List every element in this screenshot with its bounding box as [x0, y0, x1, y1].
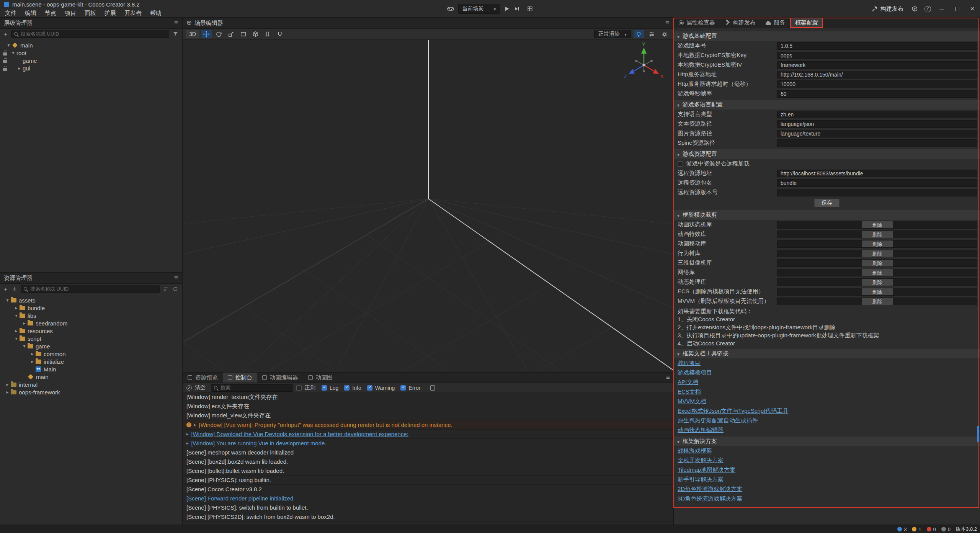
tree-node[interactable]: internal: [0, 381, 182, 388]
field-input[interactable]: [777, 90, 977, 98]
field-input[interactable]: [777, 179, 977, 187]
rotate-tool-icon[interactable]: [214, 30, 224, 38]
menu-item[interactable]: 文件: [1, 9, 21, 17]
tree-node[interactable]: game: [0, 57, 182, 64]
field-input[interactable]: [777, 42, 977, 50]
menu-item[interactable]: 节点: [41, 9, 60, 17]
console-line[interactable]: [Window] ecs文件夹存在: [183, 402, 673, 411]
preview-device-icon[interactable]: [447, 5, 454, 12]
projection-toggle[interactable]: 3D: [186, 30, 199, 38]
field-input[interactable]: [777, 120, 977, 128]
expand-arrow-icon[interactable]: [13, 313, 20, 318]
menu-item[interactable]: 面板: [80, 9, 100, 17]
console-tab[interactable]: 动画编辑器: [257, 373, 303, 383]
delete-button[interactable]: 删除: [862, 269, 893, 276]
delete-button[interactable]: 删除: [862, 240, 893, 247]
doc-link[interactable]: Excel格式转Json文件与TypeScript代码工具: [678, 407, 788, 415]
expand-arrow-icon[interactable]: [4, 382, 11, 387]
move-tool-icon[interactable]: [201, 30, 212, 38]
console-line[interactable]: [Window] [Vue warn]: Property "onInput" …: [183, 420, 673, 430]
axis-gizmo[interactable]: Y X Z: [621, 41, 667, 87]
tree-node[interactable]: assets: [0, 296, 182, 304]
console-search-input[interactable]: [220, 384, 290, 391]
scene-viewport[interactable]: Y X Z: [183, 40, 673, 372]
panel-menu-icon[interactable]: [665, 19, 669, 27]
solution-link[interactable]: 全栈开发解决方案: [678, 457, 724, 464]
menu-item[interactable]: 编辑: [21, 9, 41, 17]
expand-arrow-icon[interactable]: [29, 351, 36, 356]
console-line[interactable]: [Window] Download the Vue Devtools exten…: [183, 430, 673, 439]
inspector-tab[interactable]: 构建发布: [720, 18, 761, 28]
doc-link[interactable]: 原生包热更新配置自动生成插件: [678, 417, 758, 424]
refresh-icon[interactable]: [172, 286, 179, 293]
field-input[interactable]: [777, 111, 977, 118]
solution-link[interactable]: 3D角色扮演游戏解决方案: [678, 495, 742, 502]
field-input[interactable]: [777, 170, 977, 177]
scene-select-dropdown[interactable]: 当前场景: [458, 4, 500, 14]
field-input[interactable]: [777, 130, 977, 137]
console-line[interactable]: [Scene] [box2d]:box2d wasm lib loaded.: [183, 457, 673, 466]
camera-settings-icon[interactable]: [647, 30, 657, 38]
tree-node[interactable]: main: [0, 41, 182, 49]
grid-snap-icon[interactable]: [263, 30, 273, 38]
solution-link[interactable]: 2D角色扮演游戏解决方案: [678, 486, 742, 493]
close-button[interactable]: [965, 0, 980, 18]
help-icon[interactable]: [921, 0, 934, 18]
tree-node[interactable]: libs: [0, 312, 182, 319]
doc-link[interactable]: ECS文档: [678, 388, 701, 396]
panel-menu-icon[interactable]: [666, 374, 670, 381]
field-input[interactable]: [777, 52, 977, 59]
import-icon[interactable]: [11, 286, 18, 293]
section-header[interactable]: 游戏资源配置: [674, 149, 980, 159]
tree-node[interactable]: main: [0, 373, 182, 381]
menu-item[interactable]: 扩展: [100, 9, 120, 17]
inspector-tab[interactable]: 属性检查器: [674, 18, 720, 28]
build-publish-button[interactable]: 构建发布: [867, 0, 908, 18]
filter-checkbox[interactable]: [344, 385, 350, 391]
console-line[interactable]: [Scene] [PHYSICS]: using builtin.: [183, 476, 673, 485]
delete-button[interactable]: 删除: [862, 250, 893, 257]
expand-arrow-icon[interactable]: [5, 43, 12, 48]
filter-checkbox[interactable]: [322, 385, 327, 391]
expand-arrow-icon[interactable]: [16, 65, 23, 71]
tree-node[interactable]: script: [0, 335, 182, 342]
expand-arrow-icon[interactable]: [13, 305, 20, 311]
delete-button[interactable]: 删除: [862, 279, 893, 286]
field-input[interactable]: [777, 61, 977, 69]
play-button[interactable]: [504, 6, 510, 12]
view-settings-icon[interactable]: [660, 30, 670, 38]
delete-button[interactable]: 删除: [862, 221, 893, 228]
maximize-button[interactable]: [949, 0, 965, 18]
message-counter[interactable]: 3: [897, 526, 906, 532]
expand-arrow-icon[interactable]: [13, 328, 20, 334]
clear-button-label[interactable]: 清空: [195, 384, 206, 391]
console-search[interactable]: [211, 384, 293, 392]
field-input[interactable]: [777, 80, 977, 88]
doc-link[interactable]: 教程项目: [678, 360, 701, 367]
solution-link[interactable]: 新手引导解决方案: [678, 476, 724, 483]
console-line[interactable]: [Window] model_view文件夹存在: [183, 411, 673, 420]
preview-layout-icon[interactable]: [527, 6, 533, 12]
message-counter[interactable]: 0: [927, 526, 936, 532]
delete-button[interactable]: 删除: [862, 231, 893, 238]
regex-checkbox[interactable]: [296, 385, 302, 391]
tree-node[interactable]: gui: [0, 64, 182, 72]
hierarchy-search-input[interactable]: [20, 31, 166, 37]
expand-arrow-icon[interactable]: [194, 422, 196, 427]
expand-arrow-icon[interactable]: [10, 50, 16, 56]
inspector-tab[interactable]: 服务: [761, 18, 790, 28]
panel-menu-icon[interactable]: [174, 274, 178, 282]
delete-button[interactable]: 删除: [862, 260, 893, 266]
expand-arrow-icon[interactable]: [4, 389, 11, 395]
gizmo-space-icon[interactable]: [250, 30, 261, 38]
console-line[interactable]: [Window] You are running Vue in developm…: [183, 439, 673, 448]
field-input[interactable]: [777, 189, 977, 196]
scrollbar-thumb[interactable]: [977, 426, 979, 442]
lighting-toggle-icon[interactable]: [634, 30, 644, 38]
hierarchy-search[interactable]: [11, 30, 169, 38]
tree-node[interactable]: common: [0, 350, 182, 358]
filter-checkbox[interactable]: [367, 385, 372, 391]
log-file-icon[interactable]: [430, 385, 435, 391]
field-input[interactable]: [777, 71, 977, 78]
console-tab[interactable]: 控制台: [223, 373, 257, 383]
